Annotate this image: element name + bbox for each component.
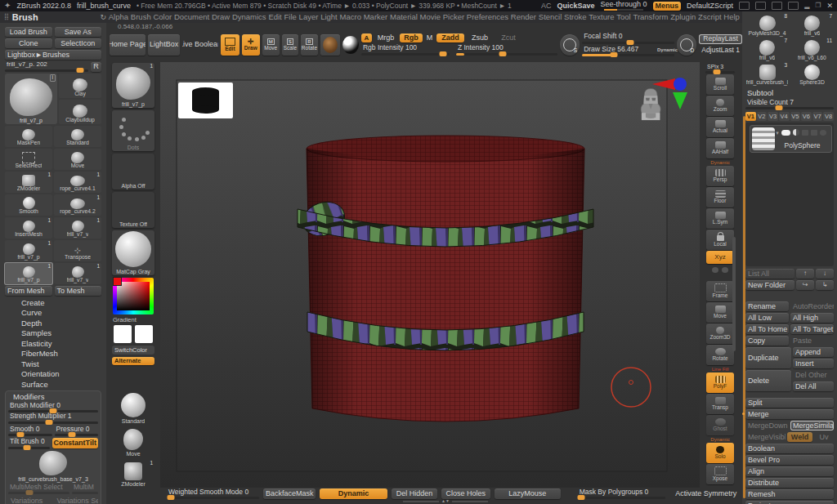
merge-down-button[interactable]: MergeDown xyxy=(745,421,789,430)
rotate-mode-button[interactable]: R Rotate xyxy=(301,34,318,56)
align-button[interactable]: Align xyxy=(745,466,834,476)
menu-stroke[interactable]: Stroke xyxy=(564,13,586,21)
mask-by-polygroups-handle[interactable] xyxy=(578,495,585,500)
current-brush-button[interactable]: 1 frill_v7_p xyxy=(112,63,154,108)
see-through-handle[interactable] xyxy=(604,9,617,11)
project-button[interactable]: Project xyxy=(745,501,834,504)
see-through-slider[interactable]: See-through 0 xyxy=(601,1,647,11)
info-icon[interactable]: i xyxy=(50,74,56,82)
tab-v5[interactable]: V5 xyxy=(790,112,801,121)
rgb-intensity-track[interactable] xyxy=(361,53,450,56)
color-a-button[interactable]: A xyxy=(361,33,372,42)
tool-item[interactable]: 3frill_curvebrush_l xyxy=(745,62,789,86)
tool-item[interactable]: 11frill_v6_L60 xyxy=(790,38,834,61)
menu-alpha[interactable]: Alpha xyxy=(109,13,128,21)
menu-picker[interactable]: Picker xyxy=(443,13,464,21)
section-depth[interactable]: Depth xyxy=(5,318,101,328)
focal-shift-slider[interactable]: Focal Shift 0 xyxy=(582,33,674,44)
replay-last-button[interactable]: ReplayLast xyxy=(699,34,742,44)
restore-icon[interactable]: ❐ xyxy=(815,2,821,9)
uv-icon[interactable] xyxy=(811,130,817,136)
palette-restore-icon[interactable]: ↻ xyxy=(100,14,106,21)
menu-texture[interactable]: Texture xyxy=(589,13,614,21)
pressure-slider[interactable]: Pressure 0 xyxy=(55,426,99,437)
chevron-down-icon[interactable]: ▾ xyxy=(776,130,779,136)
autoreorder-button[interactable]: AutoReorder xyxy=(790,301,834,311)
current-material-button[interactable] xyxy=(320,34,340,56)
rgb-intensity-handle[interactable] xyxy=(440,51,447,56)
tool-item[interactable]: 8PolyMesh3D_4 xyxy=(745,13,789,37)
uv-button[interactable]: Uv xyxy=(814,432,834,442)
paste-button[interactable]: Paste xyxy=(790,336,834,346)
save-as-button[interactable]: Save As xyxy=(55,27,102,37)
rotate-canvas-button[interactable]: Rotate xyxy=(706,345,734,365)
transp-button[interactable]: Transp xyxy=(706,394,734,414)
dynamic-draw-size-label[interactable]: Dynamic xyxy=(657,47,678,52)
backface-mask-button[interactable]: BackfaceMask xyxy=(263,488,316,499)
menu-material[interactable]: Material xyxy=(390,13,418,21)
all-to-home-button[interactable]: All To Home xyxy=(745,324,789,334)
aahalf-button[interactable]: AAHalf xyxy=(706,138,734,158)
tool-item[interactable]: 7frill_v6 xyxy=(745,38,789,61)
edit-mode-button[interactable]: Edit xyxy=(221,34,239,56)
section-elasticity[interactable]: Elasticity xyxy=(5,338,101,349)
brush-select-slider[interactable]: frill_v7_p. 202 xyxy=(5,61,88,72)
live-boolean-button[interactable]: Live Boolean xyxy=(182,34,218,56)
zoom3d-button[interactable]: Zoom3D xyxy=(706,323,734,344)
cpivot-icon[interactable] xyxy=(722,267,728,273)
insert-mesh-preview[interactable]: frill_curvebrush_base_v7_3 xyxy=(8,451,98,482)
zsub-button[interactable]: Zsub xyxy=(466,33,494,42)
menu-tool[interactable]: Tool xyxy=(616,13,630,21)
adjust-last-button[interactable]: AdjustLast 1 xyxy=(699,46,742,56)
palette-right-icon[interactable] xyxy=(788,2,799,10)
split-button[interactable]: Split xyxy=(745,398,834,408)
menu-zplugin[interactable]: Zplugin xyxy=(670,13,696,21)
palette-drag-icon[interactable]: ⣿ xyxy=(4,14,8,20)
tab-v8[interactable]: V8 xyxy=(823,112,834,121)
quicksave-button[interactable]: QuickSave xyxy=(557,2,595,10)
tool-item[interactable]: Sphere3D xyxy=(790,62,834,86)
polypaint-icon[interactable] xyxy=(802,130,808,136)
mask-by-polygroups-slider[interactable]: Mask By Polygroups 0 xyxy=(578,488,666,500)
remesh-button[interactable]: Remesh xyxy=(745,489,834,499)
multim-slider[interactable]: MultiM xyxy=(72,484,98,495)
section-orientation[interactable]: Orientation xyxy=(5,369,101,380)
z-axis-ball[interactable] xyxy=(674,78,687,91)
replay-stroke-button[interactable]: D xyxy=(677,34,696,56)
menu-light[interactable]: Light xyxy=(320,13,338,21)
merge-visible-button[interactable]: MergeVisible xyxy=(745,432,786,442)
saturation-square[interactable] xyxy=(117,282,150,310)
brush-item[interactable]: InsertMesh1 xyxy=(5,217,52,239)
brush-item[interactable]: frill_v7_v1 xyxy=(54,217,101,239)
variations-select-button[interactable]: Variations Sele xyxy=(55,496,99,504)
merge-similar-button[interactable]: MergeSimilar xyxy=(790,421,834,430)
activate-symmetry-button[interactable]: Activate Symmetry xyxy=(669,488,742,499)
stroke-type-button[interactable]: S xyxy=(560,34,580,56)
boolean-button[interactable]: Boolean xyxy=(745,444,834,453)
brush-item[interactable]: rope_curve4.11 xyxy=(54,172,101,193)
slider-handle[interactable] xyxy=(16,432,24,437)
slider-handle[interactable] xyxy=(68,432,75,437)
visible-count-handle[interactable] xyxy=(776,105,783,110)
smooth-slider[interactable]: Smooth 0 xyxy=(8,426,52,437)
variations-button[interactable]: Variations xyxy=(8,496,52,504)
distribute-button[interactable]: Distribute xyxy=(745,478,834,488)
tab-v4[interactable]: V4 xyxy=(779,112,790,121)
stroke-button[interactable]: Dots xyxy=(112,110,154,151)
brush-item[interactable]: frill_v7_v1 xyxy=(54,263,101,284)
viewport-canvas[interactable] xyxy=(160,62,700,488)
move-down-button[interactable]: ↓ xyxy=(816,269,834,279)
section-surface[interactable]: Surface xyxy=(5,379,101,390)
tab-v7[interactable]: V7 xyxy=(812,112,823,121)
standard-brush-shortcut[interactable]: Standard xyxy=(112,390,154,425)
restore-config-button[interactable]: R xyxy=(91,62,101,72)
lightbox-button[interactable]: LightBox xyxy=(148,34,180,56)
all-to-target-button[interactable]: All To Target xyxy=(790,324,834,334)
slider-handle[interactable] xyxy=(45,420,52,425)
menu-file[interactable]: File xyxy=(284,13,297,21)
home-page-button[interactable]: Home Page xyxy=(110,34,145,56)
delete-button[interactable]: Delete xyxy=(745,370,791,391)
brush-select-handle[interactable] xyxy=(76,68,83,73)
scale-mode-button[interactable]: S Scale xyxy=(282,34,299,56)
move-out-button[interactable]: ↪ xyxy=(796,280,814,290)
